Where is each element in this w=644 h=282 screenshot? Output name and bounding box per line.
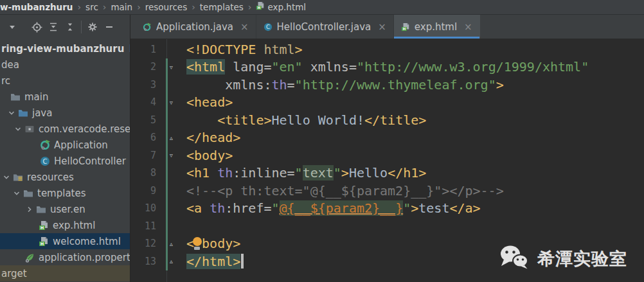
tree-item-ring-view-mubanzhuru[interactable]: ring-view-mubanzhuruD:\: [0, 40, 130, 57]
tree-item-label: rc: [1, 75, 10, 87]
tab-exp-html[interactable]: Hexp.html×: [394, 15, 480, 39]
tab-hellocontroller-java[interactable]: CHelloController.java×: [256, 15, 394, 39]
tree-item-com-veracode-resea[interactable]: com.veracode.resea: [0, 121, 130, 137]
tab-close-icon[interactable]: ×: [240, 21, 249, 33]
chevron-expanded-icon[interactable]: [5, 109, 18, 117]
breadcrumb-item-templates[interactable]: templates: [200, 0, 244, 15]
chevron-expanded-icon[interactable]: [0, 173, 13, 181]
code-line-6[interactable]: 6▵</head>: [130, 129, 644, 147]
chevron-collapsed-icon[interactable]: [23, 206, 36, 213]
text-caret: [241, 254, 244, 269]
tree-item-templates[interactable]: templates: [0, 185, 130, 201]
intention-bulb-icon[interactable]: [193, 237, 202, 251]
line-number: 1: [130, 44, 156, 55]
toolbar-separator: [81, 21, 82, 33]
code-line-1[interactable]: 1<!DOCTYPE html>: [130, 40, 644, 58]
code-text: <body>: [186, 148, 644, 163]
tree-item-label: main: [24, 91, 48, 103]
editor-area: Application.java×CHelloController.java×H…: [130, 15, 644, 282]
tree-item-resources[interactable]: resources: [0, 169, 130, 185]
code-text: <head>: [186, 94, 644, 110]
expand-all-button[interactable]: [45, 19, 62, 35]
tree-item-label: arget: [1, 268, 27, 279]
breadcrumb-separator: ›: [137, 2, 141, 12]
code-line-5[interactable]: 5 <title>Hello World!</title>: [130, 111, 644, 129]
tree-item-label: templates: [37, 188, 86, 199]
code-text: </head>: [186, 130, 644, 145]
fold-marker-icon[interactable]: ▿: [156, 98, 186, 107]
ide-window: w-mubanzhuru›src›main›resources›template…: [0, 0, 644, 282]
line-number: 7: [130, 150, 156, 161]
tree-item-welcome-html[interactable]: Hwelcome.html: [0, 233, 130, 249]
breadcrumb-item-src[interactable]: src: [85, 0, 98, 15]
code-text: <h1 th:inline="text">Hello</h1>: [186, 165, 644, 181]
tree-item-label: dea: [1, 59, 19, 71]
class-c-icon: C: [40, 156, 54, 166]
folder-icon: [10, 92, 24, 101]
tab-close-icon[interactable]: ×: [378, 21, 386, 33]
code-line-3[interactable]: 3 xmlns:th="http://www.thymeleaf.org">: [130, 76, 644, 94]
tree-item-application-properti[interactable]: application.properti: [0, 249, 130, 265]
code-text: xmlns:th="http://www.thymeleaf.org">: [186, 77, 644, 93]
tree-item-hellocontroller[interactable]: CHelloController: [0, 153, 130, 169]
code-line-10[interactable]: 10<a th:href="@{__${param2}__}">test</a>: [130, 200, 644, 218]
tree-item-rc[interactable]: rc: [0, 73, 130, 89]
code-line-7[interactable]: 7▿<body>: [130, 146, 644, 164]
fold-marker-icon[interactable]: ▿: [156, 151, 186, 159]
tree-item-application[interactable]: Application: [0, 137, 130, 153]
code-line-4[interactable]: 4▿<head>: [130, 94, 644, 112]
chevron-expanded-icon[interactable]: [12, 125, 24, 133]
gear-icon: [87, 22, 98, 32]
code-editor[interactable]: 希潭实验室 1<!DOCTYPE html>2▿<html lang="en" …: [130, 39, 644, 282]
code-line-2[interactable]: 2▿<html lang="en" xmlns="http://www.w3.o…: [130, 58, 644, 76]
code-text: <!--<p th:text="@{__${param2}__}"></p>--…: [186, 183, 644, 198]
code-line-8[interactable]: 8<h1 th:inline="text">Hello</h1>: [130, 164, 644, 182]
tab-close-icon[interactable]: ×: [464, 21, 472, 33]
package-icon: [24, 124, 39, 134]
tree-item-dea[interactable]: dea: [0, 57, 130, 73]
fold-marker-icon[interactable]: ▵: [156, 134, 186, 142]
tree-item-user-en[interactable]: user.en: [0, 201, 130, 217]
fold-marker-icon[interactable]: ▿: [156, 63, 186, 71]
line-number: 3: [130, 79, 156, 91]
line-number: 10: [130, 202, 156, 214]
tree-item-arget[interactable]: arget: [0, 265, 130, 281]
code-text: <title>Hello World!</title>: [186, 112, 644, 128]
html-file-icon: H: [401, 22, 410, 31]
tab-label: HelloController.java: [277, 21, 371, 33]
tab-label: exp.html: [415, 21, 457, 33]
code-line-11[interactable]: 11: [130, 217, 644, 235]
line-number: 8: [130, 167, 156, 179]
fold-marker-icon[interactable]: ▵: [156, 257, 186, 265]
spring-leaf-icon: [24, 252, 39, 263]
collapse-all-button[interactable]: [62, 19, 78, 35]
project-tree: ring-view-mubanzhuruD:\dearcmainjavacom.…: [0, 39, 130, 282]
line-number: 4: [130, 96, 156, 108]
folder-icon: [36, 204, 50, 214]
tree-item-label: user.en: [50, 204, 85, 215]
fold-marker-icon[interactable]: ▵: [156, 240, 186, 248]
folder-java-icon: [18, 108, 32, 118]
tab-application-java[interactable]: Application.java×: [136, 15, 256, 39]
svg-text:H: H: [40, 241, 44, 246]
chevron-expanded-icon[interactable]: [10, 189, 23, 197]
spring-run-icon: [143, 22, 152, 31]
breadcrumb-item-main[interactable]: main: [111, 0, 132, 15]
tree-item-main[interactable]: main: [0, 89, 130, 105]
expand-all-icon: [48, 22, 58, 32]
locate-button[interactable]: [28, 19, 45, 35]
breadcrumb-item-w-mubanzhuru[interactable]: w-mubanzhuru: [0, 0, 73, 15]
tree-item-exp-html[interactable]: Hexp.html: [0, 217, 130, 233]
folder-resources-icon: [13, 172, 27, 182]
line-number: 13: [130, 256, 156, 267]
breadcrumb-separator: ›: [103, 2, 107, 12]
svg-text:C: C: [43, 157, 48, 164]
minus-button[interactable]: [101, 19, 118, 35]
wechat-icon: [499, 245, 529, 273]
breadcrumb-item-resources[interactable]: resources: [145, 0, 187, 15]
tree-item-java[interactable]: java: [0, 105, 130, 121]
gear-button[interactable]: [84, 19, 101, 35]
breadcrumb-item-exp-html[interactable]: Hexp.html: [256, 0, 306, 15]
code-line-9[interactable]: 9<!--<p th:text="@{__${param2}__}"></p>-…: [130, 182, 644, 200]
chevron-down-button[interactable]: [4, 19, 21, 35]
